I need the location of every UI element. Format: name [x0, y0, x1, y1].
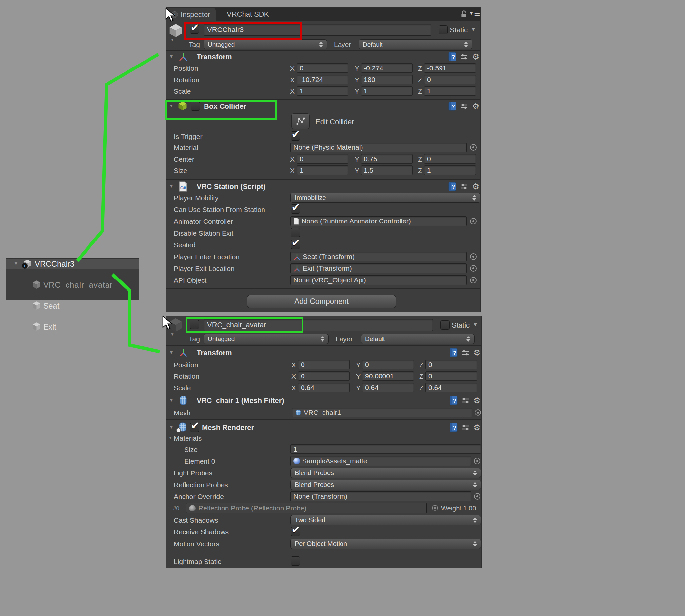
object-picker-icon[interactable]: [470, 144, 476, 151]
scale-y-field[interactable]: 1: [361, 86, 413, 96]
edit-collider-button[interactable]: [292, 113, 310, 129]
player-exit-location-field[interactable]: Exit (Transform): [291, 263, 467, 273]
rotation-y-field[interactable]: 90.00001: [362, 371, 414, 381]
mesh-object-field[interactable]: VRC_chair1: [292, 408, 472, 417]
help-icon[interactable]: [450, 396, 457, 405]
help-icon[interactable]: [450, 423, 457, 432]
materials-size-field[interactable]: 1: [291, 444, 481, 454]
static-caret-icon[interactable]: ▼: [471, 26, 476, 32]
hierarchy-item-label[interactable]: VRCChair3: [35, 260, 74, 269]
object-picker-icon[interactable]: [470, 253, 476, 260]
seated-checkbox[interactable]: ✔: [291, 240, 300, 249]
light-probes-dropdown[interactable]: Blend Probes: [291, 468, 481, 478]
help-icon[interactable]: [448, 102, 456, 111]
gameobject-name-field[interactable]: VRC_chair_avatar: [204, 319, 433, 331]
gameobject-foldout-icon[interactable]: ▼: [170, 332, 174, 336]
box-collider-foldout-icon[interactable]: ▼: [169, 103, 174, 108]
scale-x-field[interactable]: 0.64: [298, 383, 350, 392]
gear-icon[interactable]: ⚙: [472, 182, 479, 191]
tab-menu-caret-icon[interactable]: ▾: [470, 10, 473, 16]
gear-icon[interactable]: ⚙: [473, 349, 480, 357]
animator-controller-object-field[interactable]: None (Runtime Animator Controller): [291, 216, 467, 226]
add-component-button[interactable]: Add Component: [247, 295, 396, 308]
gear-icon[interactable]: ⚙: [472, 102, 479, 110]
reflection-probes-dropdown[interactable]: Blend Probes: [291, 480, 481, 490]
scale-z-field[interactable]: 0.64: [425, 383, 477, 392]
object-picker-icon[interactable]: [470, 277, 476, 283]
preset-icon[interactable]: [462, 423, 469, 432]
help-icon[interactable]: [448, 52, 456, 61]
preset-icon[interactable]: [462, 348, 469, 357]
position-x-field[interactable]: 0: [297, 63, 348, 73]
cast-shadows-dropdown[interactable]: Two Sided: [291, 515, 481, 525]
lightmap-static-checkbox[interactable]: [291, 556, 300, 566]
vrc-station-foldout-icon[interactable]: ▼: [169, 184, 174, 189]
position-z-field[interactable]: -0.591: [424, 63, 476, 73]
gear-icon[interactable]: ⚙: [472, 53, 479, 61]
center-x-field[interactable]: 0: [297, 154, 348, 163]
object-picker-icon[interactable]: [474, 493, 480, 500]
player-enter-location-field[interactable]: Seat (Transform): [291, 251, 467, 262]
tag-dropdown[interactable]: Untagged: [204, 39, 327, 49]
hierarchy-item-label[interactable]: Seat: [43, 302, 59, 311]
center-y-field[interactable]: 0.75: [361, 154, 413, 163]
active-checkbox[interactable]: ✔: [190, 25, 199, 34]
gameobject-name-field[interactable]: VRCChair3: [204, 24, 431, 36]
rotation-y-field[interactable]: 180: [361, 75, 413, 84]
scale-x-field[interactable]: 1: [297, 86, 348, 96]
object-picker-icon[interactable]: [470, 218, 476, 224]
preset-icon[interactable]: [460, 102, 468, 110]
scale-y-field[interactable]: 0.64: [362, 383, 414, 392]
static-checkbox[interactable]: [441, 321, 450, 330]
transform-foldout-icon[interactable]: ▼: [169, 54, 174, 59]
lock-icon[interactable]: [460, 10, 468, 18]
mesh-renderer-foldout-icon[interactable]: ▼: [169, 425, 174, 429]
rotation-z-field[interactable]: 0: [425, 371, 477, 381]
size-z-field[interactable]: 1: [424, 166, 476, 175]
rotation-x-field[interactable]: -10.724: [297, 75, 348, 84]
object-picker-icon[interactable]: [475, 409, 481, 416]
anchor-override-field[interactable]: None (Transform): [291, 491, 471, 501]
scale-z-field[interactable]: 1: [424, 86, 476, 96]
player-mobility-dropdown[interactable]: Immobilize: [291, 193, 480, 203]
layer-dropdown[interactable]: Default: [361, 334, 475, 344]
element0-object-field[interactable]: SampleAssets_matte: [291, 456, 471, 466]
hierarchy-row-seat[interactable]: Seat: [6, 280, 138, 290]
object-picker-icon[interactable]: [470, 265, 476, 272]
static-caret-icon[interactable]: ▼: [473, 322, 478, 328]
mesh-filter-foldout-icon[interactable]: ▼: [169, 398, 174, 402]
preset-icon[interactable]: [462, 396, 469, 405]
motion-vectors-dropdown[interactable]: Per Object Motion: [291, 539, 481, 549]
preset-icon[interactable]: [460, 52, 468, 61]
position-x-field[interactable]: 0: [298, 360, 350, 369]
center-z-field[interactable]: 0: [424, 154, 476, 163]
object-picker-icon[interactable]: [474, 458, 480, 464]
receive-shadows-checkbox[interactable]: ✔: [291, 527, 300, 536]
disable-station-exit-checkbox[interactable]: [291, 228, 300, 237]
gear-icon[interactable]: ⚙: [473, 423, 480, 432]
gear-icon[interactable]: ⚙: [473, 396, 480, 405]
hierarchy-row-vrc-chair-avatar[interactable]: VRC_chair_avatar: [6, 269, 138, 280]
position-y-field[interactable]: 0: [362, 360, 414, 369]
transform-foldout-icon[interactable]: ▼: [169, 350, 174, 354]
position-y-field[interactable]: -0.274: [361, 63, 413, 73]
preset-icon[interactable]: [460, 182, 468, 191]
hierarchy-row-vrcchair3[interactable]: ▼ + VRCChair3: [6, 259, 138, 269]
is-trigger-checkbox[interactable]: ✔: [291, 131, 300, 140]
mesh-renderer-enabled-checkbox[interactable]: ✔: [190, 423, 199, 432]
foldout-icon[interactable]: ▼: [14, 261, 18, 266]
hierarchy-row-exit[interactable]: Exit: [6, 290, 138, 301]
material-object-field[interactable]: None (Physic Material): [291, 142, 467, 152]
tab-inspector[interactable]: i Inspector: [166, 7, 216, 21]
size-x-field[interactable]: 1: [297, 166, 348, 175]
help-icon[interactable]: [450, 348, 457, 357]
static-checkbox[interactable]: [438, 25, 448, 35]
rotation-x-field[interactable]: 0: [298, 371, 350, 381]
box-collider-enabled-checkbox[interactable]: [191, 102, 200, 111]
position-z-field[interactable]: 0: [425, 360, 477, 369]
api-object-field[interactable]: None (VRC_Object Api): [291, 275, 467, 285]
tag-dropdown[interactable]: Untagged: [204, 334, 329, 344]
hierarchy-item-label[interactable]: Exit: [43, 323, 56, 332]
tab-vrchat-sdk[interactable]: VRChat SDK: [221, 7, 274, 21]
help-icon[interactable]: [448, 182, 456, 191]
